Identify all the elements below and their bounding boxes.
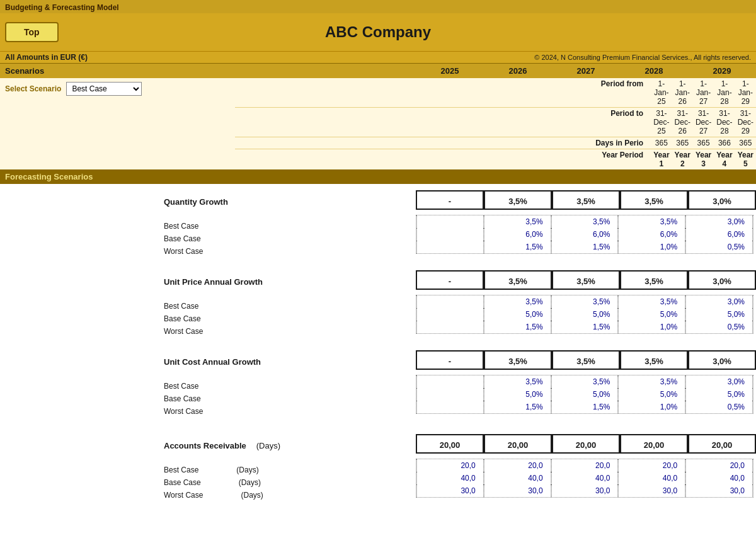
- scenario-dropdown[interactable]: Best Case Base Case Worst Case: [66, 82, 142, 96]
- period-info: Period from 1-Jan-25 1-Jan-26 1-Jan-27 1…: [235, 78, 756, 169]
- ucg-wc-2029: 0,5%: [685, 401, 753, 413]
- ar-sub-bordered: 20,0 20,0 20,0 20,0 20,0 40,0 40,0 40,0 …: [416, 459, 753, 498]
- upg-worst-case-row: 1,5% 1,5% 1,0% 0,5%: [416, 321, 753, 333]
- qg-base-2026: 6,0%: [484, 228, 551, 241]
- ar-base-2027: 40,0: [551, 472, 619, 484]
- upg-wc-2029: 0,5%: [685, 321, 753, 333]
- ar-label: Accounts Receivable: [164, 441, 246, 450]
- upg-base-2029: 5,0%: [685, 308, 753, 321]
- qg-base-2029: 6,0%: [685, 228, 753, 241]
- period-from-2025: 1-Jan-25: [651, 78, 672, 107]
- qg-wc-2028: 1,0%: [618, 241, 685, 253]
- amounts-bar: All Amounts in EUR (€) © 2024, N Consult…: [0, 51, 756, 63]
- year-2025: 2025: [416, 64, 484, 78]
- upg-val-2027: 3,5%: [552, 270, 620, 290]
- ar-wc-2026: 30,0: [484, 484, 551, 497]
- year-period-2025: Year 1: [651, 149, 672, 169]
- qg-base-2025: [416, 228, 484, 241]
- period-to-2029: 31-Dec-29: [735, 108, 756, 137]
- ar-bc-2025: 20,0: [416, 459, 484, 472]
- ar-base-2029: 40,0: [685, 472, 753, 484]
- scenario-selector-area: Select Scenario Best Case Base Case Wors…: [0, 78, 235, 169]
- ucg-base-2028: 5,0%: [618, 388, 685, 401]
- year-period-2027: Year 3: [693, 149, 714, 169]
- days-2027: 365: [693, 137, 714, 149]
- ar-base-case-row: 40,0 40,0 40,0 40,0 40,0: [416, 472, 753, 484]
- upg-val-2026: 3,5%: [484, 270, 552, 290]
- qg-wc-2025: [416, 241, 484, 253]
- year-period-2026: Year 2: [672, 149, 693, 169]
- qg-val-2028: 3,5%: [620, 190, 688, 210]
- copyright: © 2024, N Consulting Premium Financial S…: [534, 54, 751, 61]
- ar-worst-case-row: 30,0 30,0 30,0 30,0 30,0: [416, 484, 753, 497]
- days-2028: 366: [714, 137, 735, 149]
- qg-wc-2027: 1,5%: [551, 241, 619, 253]
- qg-val-2029: 3,0%: [688, 190, 756, 210]
- ar-wc-2028: 30,0: [618, 484, 685, 497]
- upg-best-case-row: 3,5% 3,5% 3,5% 3,0%: [416, 295, 753, 308]
- qg-val-2027: 3,5%: [552, 190, 620, 210]
- year-2026: 2026: [484, 64, 552, 78]
- top-button[interactable]: Top: [5, 22, 59, 42]
- qg-wc-2029: 0,5%: [685, 241, 753, 253]
- qg-bc-2027: 3,5%: [551, 215, 619, 228]
- ar-bc-2026: 20,0: [484, 459, 551, 472]
- year-period-row: Year Period Year 1 Year 2 Year 3 Year 4 …: [235, 149, 756, 169]
- days-in-period-row: Days in Perio 365 365 365 366 365: [235, 137, 756, 149]
- period-from-2029: 1-Jan-29: [735, 78, 756, 107]
- ucg-worst-case-row: 1,5% 1,5% 1,0% 0,5%: [416, 401, 753, 413]
- unit-price-section: Unit Price Annual Growth - 3,5% 3,5% 3,5…: [0, 270, 756, 290]
- upg-base-2027: 5,0%: [551, 308, 619, 321]
- period-from-label: Period from: [235, 78, 651, 107]
- year-2029: 2029: [688, 64, 756, 78]
- qg-bc-2029: 3,0%: [685, 215, 753, 228]
- ar-val-2027: 20,00: [552, 434, 620, 454]
- ar-bc-2028: 20,0: [618, 459, 685, 472]
- ucg-sub-bordered: 3,5% 3,5% 3,5% 3,0% 5,0% 5,0% 5,0% 5,0% …: [416, 375, 753, 414]
- app-header: Budgeting & Forecasting Model: [0, 0, 756, 13]
- days-2029: 365: [735, 137, 756, 149]
- upg-bc-2027: 3,5%: [551, 295, 619, 308]
- top-bar: Top ABC Company: [0, 13, 756, 51]
- ucg-best-case-row: 3,5% 3,5% 3,5% 3,0%: [416, 375, 753, 388]
- ucg-bc-2028: 3,5%: [618, 375, 685, 388]
- company-name: ABC Company: [325, 23, 431, 41]
- days-2025: 365: [651, 137, 672, 149]
- upg-wc-2028: 1,0%: [618, 321, 685, 333]
- upg-bc-2026: 3,5%: [484, 295, 551, 308]
- ucg-val-2027: 3,5%: [552, 350, 620, 370]
- period-to-2025: 31-Dec-25: [651, 108, 672, 137]
- ar-label-cell: Accounts Receivable (Days): [0, 434, 416, 454]
- ucg-wc-2025: [416, 401, 484, 413]
- period-to-row: Period to 31-Dec-25 31-Dec-26 31-Dec-27 …: [235, 108, 756, 137]
- quantity-growth-section: Quantity Growth - 3,5% 3,5% 3,5% 3,0%: [0, 190, 756, 210]
- period-from-2027: 1-Jan-27: [693, 78, 714, 107]
- ucg-base-2027: 5,0%: [551, 388, 619, 401]
- days-in-period-label: Days in Perio: [235, 137, 651, 149]
- ar-wc-2025: 30,0: [416, 484, 484, 497]
- app-title: Budgeting & Forecasting Model: [5, 3, 119, 12]
- qg-val-2025: -: [416, 190, 484, 210]
- unit-price-sub: 3,5% 3,5% 3,5% 3,0% 5,0% 5,0% 5,0% 5,0% …: [0, 294, 756, 338]
- ar-bc-2027: 20,0: [551, 459, 619, 472]
- scenarios-label: Scenarios: [0, 64, 416, 78]
- ucg-wc-2026: 1,5%: [484, 401, 551, 413]
- period-from-2028: 1-Jan-28: [714, 78, 735, 107]
- ucg-wc-2028: 1,0%: [618, 401, 685, 413]
- year-2027: 2027: [552, 64, 620, 78]
- ar-base-2026: 40,0: [484, 472, 551, 484]
- ucg-val-2029: 3,0%: [688, 350, 756, 370]
- ar-val-2029: 20,00: [688, 434, 756, 454]
- unit-cost-label: Unit Cost Annual Growth: [0, 350, 416, 370]
- year-period-label: Year Period: [235, 149, 651, 169]
- upg-base-case-row: 5,0% 5,0% 5,0% 5,0%: [416, 308, 753, 321]
- period-from-row: Period from 1-Jan-25 1-Jan-26 1-Jan-27 1…: [235, 78, 756, 108]
- upg-val-2029: 3,0%: [688, 270, 756, 290]
- select-scenario-label: Select Scenario: [5, 84, 61, 93]
- scenarios-header: Scenarios 2025 2026 2027 2028 2029: [0, 63, 756, 78]
- ar-base-2028: 40,0: [618, 472, 685, 484]
- ar-val-2025: 20,00: [416, 434, 484, 454]
- ucg-bc-2029: 3,0%: [685, 375, 753, 388]
- ucg-wc-2027: 1,5%: [551, 401, 619, 413]
- ar-wc-2027: 30,0: [551, 484, 619, 497]
